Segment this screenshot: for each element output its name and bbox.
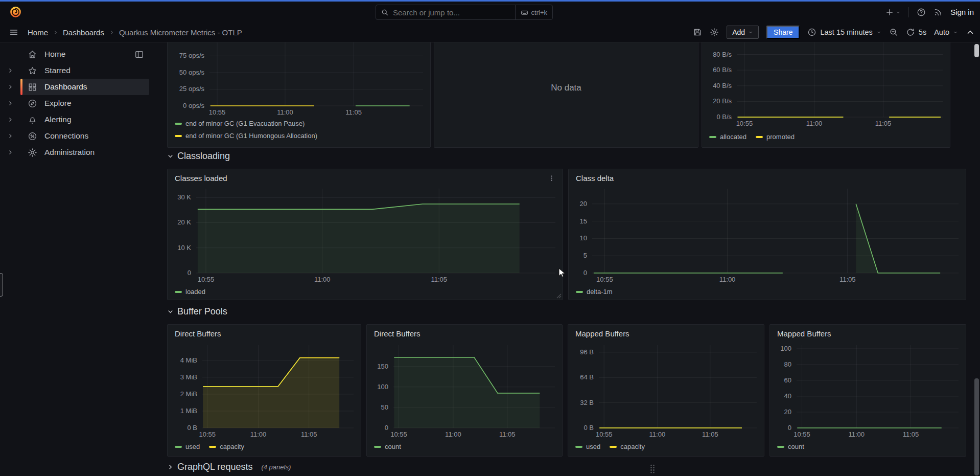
direct-buffers-count-chart[interactable]: 15010050010:5511:0011:05	[393, 345, 555, 428]
chart-legend: count	[367, 442, 562, 451]
share-button[interactable]: Share	[766, 26, 800, 39]
x-axis-tick: 10:55	[736, 120, 753, 127]
chevron-right-icon[interactable]	[0, 144, 20, 161]
section-classloading[interactable]: Classloading	[167, 151, 230, 162]
y-axis-tick: 100	[777, 345, 791, 353]
allocated-promoted-chart[interactable]: 80 B/s60 B/s40 B/s20 B/s0 B/s10:5511:001…	[737, 42, 943, 117]
add-button[interactable]: Add	[727, 26, 759, 39]
classes-loaded-chart[interactable]: 30 K20 K10 K010:5511:0011:05	[196, 189, 555, 273]
x-axis-tick: 11:05	[903, 430, 919, 438]
dock-sidebar-icon[interactable]	[134, 50, 144, 59]
sidebar-item-alerting[interactable]: Alerting	[0, 111, 153, 128]
y-axis-tick: 100	[374, 383, 388, 391]
breadcrumb-home[interactable]: Home	[28, 28, 48, 37]
new-button[interactable]	[885, 8, 901, 17]
chart-legend: delta-1m	[569, 287, 966, 296]
sidebar-item-connections[interactable]: Connections	[0, 128, 153, 144]
chevron-right-icon[interactable]	[0, 111, 20, 128]
panel-title[interactable]: Class delta	[576, 174, 614, 183]
legend-swatch	[209, 446, 216, 448]
kebab-menu-icon[interactable]	[548, 174, 555, 182]
drag-handle-icon[interactable]	[649, 464, 656, 474]
mapped-buffers-bytes-chart[interactable]: 96 B64 B32 B0 B10:5511:0011:05	[599, 345, 757, 428]
resize-grip-icon[interactable]	[555, 292, 562, 299]
breadcrumb-dashboards[interactable]: Dashboards	[63, 28, 104, 37]
legend-swatch	[175, 123, 182, 125]
panel-gc-pause-rate: 75 ops/s50 ops/s25 ops/s0 ops/s10:5511:0…	[167, 42, 431, 148]
section-title: Classloading	[177, 151, 230, 162]
sidebar-item-administration[interactable]: Administration	[0, 144, 153, 161]
legend-item[interactable]: loaded	[175, 287, 205, 296]
zoom-out-icon[interactable]	[889, 28, 898, 37]
chevron-right-icon[interactable]	[0, 128, 20, 144]
sidebar-item-dashboards[interactable]: Dashboards	[0, 79, 153, 95]
panel-title[interactable]: Direct Buffers	[374, 329, 421, 338]
panel-header: Direct Buffers	[168, 325, 361, 338]
legend-item[interactable]: capacity	[610, 442, 645, 451]
legend-item[interactable]: end of minor GC (G1 Humongous Allocation…	[175, 131, 423, 140]
legend-item[interactable]: capacity	[209, 442, 244, 451]
legend-item[interactable]: used	[575, 442, 600, 451]
x-axis-tick: 11:05	[345, 108, 362, 116]
y-axis-tick: 64 B	[575, 373, 594, 381]
panel-mapped-buffers-bytes: Mapped Buffers 96 B64 B32 B0 B10:5511:00…	[568, 324, 764, 457]
gc-pause-rate-chart[interactable]: 75 ops/s50 ops/s25 ops/s0 ops/s10:5511:0…	[209, 42, 423, 106]
panel-title[interactable]: Classes loaded	[175, 174, 227, 183]
y-axis-tick: 5	[576, 252, 587, 260]
legend-item[interactable]: used	[175, 442, 200, 451]
section-title: Buffer Pools	[177, 306, 227, 317]
section-buffer-pools[interactable]: Buffer Pools	[167, 306, 227, 317]
legend-swatch	[175, 135, 182, 137]
chevron-right-icon[interactable]	[0, 62, 20, 79]
y-axis-tick: 0	[777, 424, 791, 432]
panel-title[interactable]: Mapped Buffers	[575, 329, 629, 338]
legend-item[interactable]: count	[374, 442, 401, 451]
time-range-picker[interactable]: Last 15 minutes	[807, 28, 881, 37]
x-axis-tick: 11:00	[848, 430, 865, 438]
class-delta-chart[interactable]: 2015105010:5511:0011:05	[592, 189, 959, 273]
mapped-buffers-count-chart[interactable]: 10080604020010:5511:0011:05	[797, 345, 959, 428]
y-axis-tick: 80	[777, 360, 791, 369]
collapse-toolbar-icon[interactable]	[966, 28, 975, 37]
sidebar-item-home[interactable]: Home	[0, 46, 153, 62]
bell-icon	[28, 115, 37, 125]
help-icon[interactable]	[917, 8, 926, 17]
legend-item[interactable]: delta-1m	[576, 287, 613, 296]
y-axis-tick: 10 K	[175, 244, 191, 252]
section-graphql-requests[interactable]: GraphQL requests (4 panels)	[167, 462, 291, 472]
x-axis-tick: 11:05	[875, 120, 892, 127]
x-axis-tick: 11:00	[314, 276, 331, 283]
legend-item[interactable]: promoted	[756, 132, 795, 141]
menu-icon[interactable]	[9, 28, 18, 37]
keyboard-icon	[521, 9, 528, 16]
chart-legend: loaded	[168, 287, 563, 296]
legend-item[interactable]: end of minor GC (G1 Evacuation Pause)	[175, 119, 423, 128]
scrollbar-thumb-secondary[interactable]	[974, 378, 979, 475]
chevron-right-icon[interactable]	[0, 95, 20, 111]
search-input[interactable]	[389, 8, 515, 17]
auto-refresh-select[interactable]: Auto	[934, 28, 958, 36]
panel-title[interactable]: Mapped Buffers	[777, 329, 831, 338]
time-range-label: Last 15 minutes	[820, 28, 872, 36]
grafana-logo-icon[interactable]	[9, 6, 22, 18]
legend-item[interactable]: allocated	[709, 132, 746, 141]
direct-buffers-bytes-chart[interactable]: 4 MiB3 MiB2 MiB1 MiB0 B10:5511:0011:05	[202, 345, 354, 428]
gear-icon[interactable]	[710, 28, 719, 37]
search-box[interactable]: ctrl+k	[376, 5, 553, 20]
scrollbar-thumb[interactable]	[974, 44, 979, 57]
y-axis-tick: 150	[374, 362, 388, 371]
add-button-label: Add	[732, 28, 745, 36]
sidebar-item-starred[interactable]: Starred	[0, 62, 153, 79]
x-axis-tick: 10:55	[199, 430, 216, 438]
chevron-right-icon[interactable]	[0, 79, 20, 95]
legend-swatch	[175, 446, 182, 448]
refresh-control[interactable]: 5s	[906, 28, 926, 37]
breadcrumb: Home Dashboards Quarkus Micrometer Metri…	[28, 28, 242, 37]
sign-in-button[interactable]: Sign in	[950, 8, 974, 16]
sidebar-item-explore[interactable]: Explore	[0, 95, 153, 111]
save-icon[interactable]	[693, 28, 702, 37]
legend-item[interactable]: count	[777, 442, 804, 451]
panel-title[interactable]: Direct Buffers	[175, 329, 221, 338]
news-icon[interactable]	[934, 8, 943, 17]
nav-divider	[908, 7, 909, 17]
